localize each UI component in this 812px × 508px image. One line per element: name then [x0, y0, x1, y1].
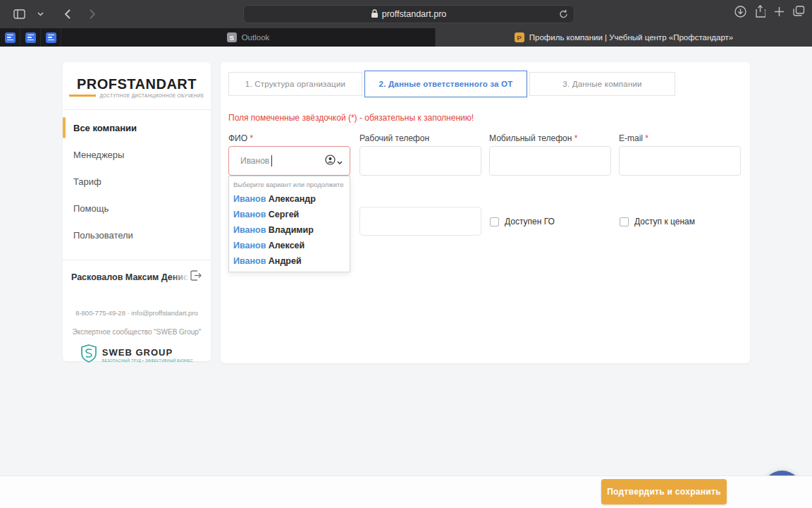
mobile-phone-input[interactable]: [489, 146, 611, 176]
share-icon[interactable]: [755, 5, 765, 20]
lock-icon: [371, 9, 378, 20]
address-url: proffstandart.pro: [382, 9, 447, 19]
email-label: E-mail *: [619, 133, 648, 143]
user-name: Расковалов Максим Денисов: [71, 272, 190, 282]
dropdown-option[interactable]: Иванов Александр: [229, 191, 350, 207]
dropdown-option[interactable]: Иванов Владимир: [229, 222, 350, 238]
required-fields-note: Поля помеченные звёздочкой (*) - обязате…: [228, 113, 474, 123]
email-input[interactable]: [619, 146, 741, 176]
step-company-data[interactable]: 3. Данные компании: [529, 72, 675, 96]
sidebar-item-tariff[interactable]: Тариф: [63, 168, 211, 195]
bottom-action-bar: Подтвердить и сохранить: [0, 476, 812, 508]
browser-toolbar: proffstandart.pro: [0, 0, 812, 28]
sidebar-chevron-down-icon[interactable]: [31, 5, 49, 23]
back-button[interactable]: [58, 5, 76, 23]
step-responsible-active[interactable]: 2. Данные ответственного за ОТ: [364, 71, 527, 97]
tab-outlook[interactable]: S Outlook: [61, 28, 436, 47]
checkbox[interactable]: [490, 217, 499, 226]
work-phone-input[interactable]: [359, 146, 481, 176]
current-user-row[interactable]: Расковалов Максим Денисов: [63, 260, 211, 292]
logo-title: PROFSTANDART: [63, 76, 211, 92]
company-profile-card: 1. Структура организации 2. Данные ответ…: [221, 62, 750, 363]
checkbox[interactable]: [620, 217, 629, 226]
sweb-group-logo: SWEB GROUP БЕЗОПАСНЫЙ ТРУД • ЭФФЕКТИВНЫЙ…: [63, 344, 211, 365]
logo-tagline: ДОСТУПНОЕ ДИСТАНЦИОННОЕ ОБУЧЕНИЕ: [99, 93, 204, 98]
outlook-favicon: S: [227, 32, 237, 42]
go-available-checkbox-row[interactable]: Доступен ГО: [490, 217, 555, 226]
chevron-down-icon[interactable]: [337, 155, 343, 167]
address-bar[interactable]: proffstandart.pro: [243, 5, 574, 23]
price-access-label: Доступ к ценам: [634, 217, 695, 226]
forward-button[interactable]: [83, 5, 102, 23]
tab-overview-icon[interactable]: [793, 6, 805, 20]
page-content: PROFSTANDART ДОСТУПНОЕ ДИСТАНЦИОННОЕ ОБУ…: [0, 47, 812, 508]
fio-suggestions-dropdown: Выберите вариант или продолжите Иванов А…: [228, 176, 350, 272]
person-icon: [325, 155, 336, 168]
sidebar-item-managers[interactable]: Менеджеры: [63, 141, 211, 168]
profstandart-logo: PROFSTANDART ДОСТУПНОЕ ДИСТАНЦИОННОЕ ОБУ…: [63, 62, 211, 98]
pinned-tab-3[interactable]: [41, 28, 61, 47]
tab-outlook-label: Outlook: [242, 33, 270, 42]
price-access-checkbox-row[interactable]: Доступ к ценам: [620, 217, 695, 226]
pinned-doc-icon: [46, 32, 56, 43]
confirm-save-button[interactable]: Подтвердить и сохранить: [601, 479, 727, 504]
pinned-tab-2[interactable]: [20, 28, 41, 47]
pinned-doc-icon: [25, 32, 36, 43]
fio-input-value: Иванов: [240, 156, 269, 166]
tab-active-label: Профиль компании | Учебный центр «Профст…: [529, 33, 733, 42]
sidebar: PROFSTANDART ДОСТУПНОЕ ДИСТАНЦИОННОЕ ОБУ…: [63, 62, 211, 361]
sweb-tagline: БЕЗОПАСНЫЙ ТРУД • ЭФФЕКТИВНЫЙ БИЗНЕС: [102, 358, 193, 363]
sidebar-item-all-companies[interactable]: Все компании: [63, 114, 211, 141]
community-line: Экспертное сообщество "SWEB Group": [63, 328, 211, 336]
work-phone-label: Рабочий телефон: [359, 133, 429, 143]
step-structure[interactable]: 1. Структура организации: [228, 72, 362, 96]
dropdown-option[interactable]: Иванов Алексей: [229, 238, 350, 253]
dropdown-hint: Выберите вариант или продолжите: [229, 176, 350, 191]
dropdown-option[interactable]: Иванов Сергей: [229, 207, 350, 222]
profstandart-favicon: P: [515, 32, 524, 42]
sidebar-item-help[interactable]: Помощь: [63, 195, 211, 222]
new-tab-icon[interactable]: [774, 6, 785, 20]
sweb-shield-icon: [80, 344, 97, 365]
tab-profstandart-active[interactable]: P Профиль компании | Учебный центр «Проф…: [436, 28, 812, 47]
logout-icon[interactable]: [190, 270, 202, 284]
mobile-phone-label: Мобильный телефон *: [489, 133, 577, 143]
wizard-steps: 1. Структура организации 2. Данные ответ…: [221, 62, 750, 97]
pinned-tab-1[interactable]: [0, 28, 20, 47]
reload-icon[interactable]: [559, 9, 568, 21]
sidebar-toggle-icon[interactable]: [10, 5, 28, 23]
downloads-icon[interactable]: [734, 6, 746, 20]
text-caret: [271, 155, 272, 167]
tab-bar: S Outlook P Профиль компании | Учебный ц…: [0, 28, 812, 47]
go-available-label: Доступен ГО: [505, 217, 555, 226]
logo-underline: [69, 95, 96, 97]
second-row-input[interactable]: [359, 207, 481, 236]
contact-line: 8-800-775-49-28 · info@proffstandart.pro: [63, 309, 211, 317]
sidebar-menu: Все компании Менеджеры Тариф Помощь Поль…: [63, 110, 211, 248]
fio-label: ФИО *: [228, 133, 253, 143]
sidebar-item-users[interactable]: Пользователи: [63, 222, 211, 248]
pinned-doc-icon: [5, 32, 16, 43]
sweb-name: SWEB GROUP: [102, 347, 193, 358]
fio-input[interactable]: Иванов: [228, 146, 350, 176]
dropdown-option[interactable]: Иванов Андрей: [229, 253, 350, 269]
